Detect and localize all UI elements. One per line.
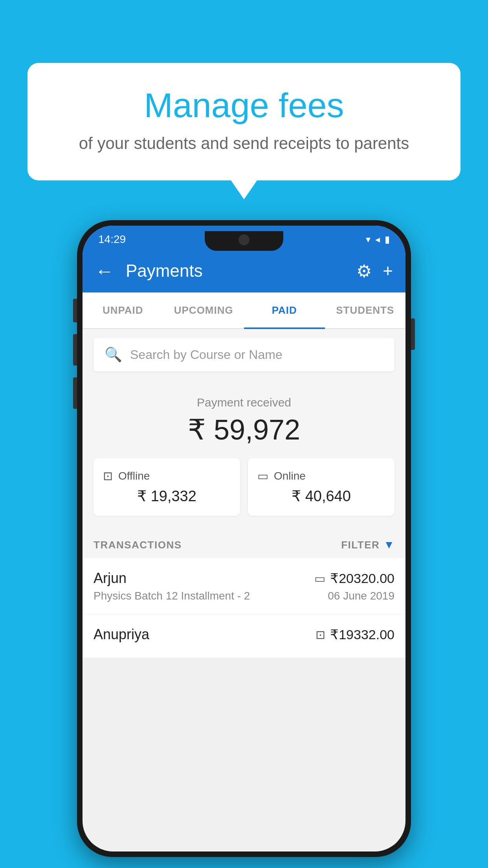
transaction-amount-container: ⊡ ₹19332.00 (316, 627, 394, 642)
transaction-name: Arjun (94, 570, 127, 587)
phone-notch (205, 231, 283, 251)
offline-card-header: ⊡ Offline (103, 469, 231, 483)
back-button[interactable]: ← (95, 260, 114, 282)
offline-label: Offline (118, 470, 150, 482)
payment-total-amount: ₹ 59,972 (94, 413, 394, 446)
app-bar-actions: ⚙ + (356, 261, 393, 281)
tab-bar: UNPAID UPCOMING PAID STUDENTS (83, 292, 405, 329)
search-icon: 🔍 (105, 346, 122, 363)
transaction-name: Anupriya (94, 626, 149, 643)
transaction-bottom: Physics Batch 12 Installment - 2 06 June… (94, 590, 394, 602)
phone-mockup: 14:29 ▾ ◂ ▮ ← Payments ⚙ + UNPAID UPCO (77, 220, 411, 857)
search-input[interactable]: Search by Course or Name (130, 348, 283, 362)
payment-cards: ⊡ Offline ₹ 19,332 ▭ Online ₹ 40,640 (94, 458, 394, 516)
search-container: 🔍 Search by Course or Name (83, 329, 405, 380)
tab-students[interactable]: STUDENTS (325, 292, 406, 328)
tab-unpaid[interactable]: UNPAID (83, 292, 163, 328)
transaction-top: Anupriya ⊡ ₹19332.00 (94, 626, 394, 643)
power-button (411, 318, 415, 350)
offline-amount: ₹ 19,332 (103, 487, 231, 505)
transaction-amount: ₹19332.00 (330, 627, 394, 642)
speech-bubble: Manage fees of your students and send re… (28, 63, 460, 180)
status-icons: ▾ ◂ ▮ (366, 234, 390, 245)
bubble-subtitle: of your students and send receipts to pa… (47, 134, 441, 153)
transaction-amount-container: ▭ ₹20320.00 (314, 570, 394, 586)
card-payment-icon: ▭ (314, 572, 325, 585)
add-icon[interactable]: + (383, 261, 393, 281)
offline-icon: ⊡ (103, 469, 113, 483)
app-bar: ← Payments ⚙ + (83, 249, 405, 292)
payment-summary: Payment received ₹ 59,972 ⊡ Offline ₹ 19… (83, 380, 405, 528)
table-row[interactable]: Arjun ▭ ₹20320.00 Physics Batch 12 Insta… (83, 558, 405, 614)
filter-container[interactable]: FILTER ▼ (341, 539, 394, 551)
battery-icon: ▮ (385, 234, 390, 245)
transaction-course: Physics Batch 12 Installment - 2 (94, 590, 250, 602)
phone-screen: 14:29 ▾ ◂ ▮ ← Payments ⚙ + UNPAID UPCO (83, 226, 405, 851)
status-time: 14:29 (98, 233, 126, 246)
transactions-label: TRANSACTIONS (94, 539, 182, 551)
online-amount: ₹ 40,640 (257, 487, 385, 505)
online-label: Online (274, 470, 306, 482)
bubble-title: Manage fees (47, 86, 441, 125)
front-camera (238, 234, 250, 245)
filter-label: FILTER (341, 539, 380, 551)
offline-payment-card: ⊡ Offline ₹ 19,332 (94, 458, 240, 516)
volume-down-button (73, 377, 77, 409)
transaction-top: Arjun ▭ ₹20320.00 (94, 570, 394, 587)
transaction-amount: ₹20320.00 (330, 570, 394, 586)
transaction-date: 06 June 2019 (328, 590, 394, 602)
signal-icon: ◂ (375, 234, 380, 245)
online-card-header: ▭ Online (257, 469, 385, 483)
settings-icon[interactable]: ⚙ (356, 261, 372, 281)
online-icon: ▭ (257, 469, 268, 483)
offline-payment-icon: ⊡ (316, 628, 325, 642)
filter-icon: ▼ (383, 539, 394, 551)
table-row[interactable]: Anupriya ⊡ ₹19332.00 (83, 614, 405, 658)
volume-up-button (73, 334, 77, 366)
tab-paid[interactable]: PAID (244, 292, 325, 328)
payment-received-label: Payment received (94, 396, 394, 409)
tab-upcoming[interactable]: UPCOMING (163, 292, 244, 328)
transactions-header: TRANSACTIONS FILTER ▼ (83, 528, 405, 558)
online-payment-card: ▭ Online ₹ 40,640 (248, 458, 394, 516)
wifi-icon: ▾ (366, 234, 371, 245)
transactions-list: Arjun ▭ ₹20320.00 Physics Batch 12 Insta… (83, 558, 405, 658)
search-bar[interactable]: 🔍 Search by Course or Name (94, 338, 394, 371)
app-title: Payments (126, 261, 345, 281)
volume-silent-button (73, 299, 77, 322)
